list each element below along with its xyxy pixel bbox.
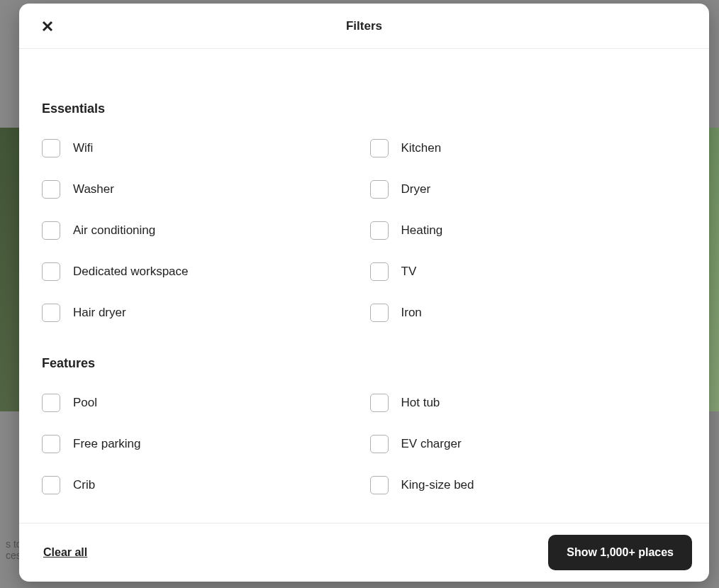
clear-all-button[interactable]: Clear all (36, 539, 94, 566)
checkbox-tv[interactable]: TV (370, 257, 687, 287)
checkbox-label: Hot tub (401, 396, 440, 410)
checkbox-king-size-bed[interactable]: King-size bed (370, 470, 687, 500)
checkbox-label: Heating (401, 223, 443, 238)
checkbox-label: King-size bed (401, 478, 474, 492)
checkbox-box (370, 180, 389, 199)
checkbox-dryer[interactable]: Dryer (370, 174, 687, 204)
scroll-spacer (42, 49, 686, 79)
checkbox-dedicated-workspace[interactable]: Dedicated workspace (42, 257, 359, 287)
checkbox-box (42, 180, 60, 199)
checkbox-label: Pool (73, 396, 97, 410)
checkbox-box (370, 221, 389, 240)
checkbox-label: Kitchen (401, 141, 442, 155)
modal-title: Filters (346, 19, 382, 33)
checkbox-label: TV (401, 265, 417, 279)
checkbox-label: Iron (401, 306, 422, 320)
modal-footer: Clear all Show 1,000+ places (19, 523, 709, 582)
checkbox-crib[interactable]: Crib (42, 470, 359, 500)
checkbox-air-conditioning[interactable]: Air conditioning (42, 216, 359, 245)
checkbox-washer[interactable]: Washer (42, 174, 359, 204)
filters-modal: Filters Essentials Wifi Kitchen Washer (19, 4, 709, 582)
checkbox-ev-charger[interactable]: EV charger (370, 429, 687, 459)
checkbox-box (42, 394, 60, 412)
checkbox-box (42, 304, 60, 322)
section-essentials: Essentials Wifi Kitchen Washer Dryer (42, 79, 686, 333)
checkbox-box (42, 221, 60, 240)
checkbox-box (370, 262, 389, 281)
checkbox-label: Hair dryer (73, 306, 126, 320)
checkbox-box (370, 304, 389, 322)
checkbox-label: EV charger (401, 437, 462, 451)
checkbox-box (42, 476, 60, 494)
close-button[interactable] (36, 15, 59, 38)
close-icon (42, 21, 53, 32)
checkbox-box (42, 139, 60, 157)
checkbox-wifi[interactable]: Wifi (42, 133, 359, 163)
show-places-button[interactable]: Show 1,000+ places (548, 535, 692, 570)
checkbox-kitchen[interactable]: Kitchen (370, 133, 687, 163)
checkbox-free-parking[interactable]: Free parking (42, 429, 359, 459)
features-grid: Pool Hot tub Free parking EV charger Cri… (42, 388, 686, 500)
checkbox-hair-dryer[interactable]: Hair dryer (42, 298, 359, 328)
checkbox-label: Dryer (401, 182, 431, 196)
checkbox-label: Free parking (73, 437, 140, 451)
modal-header: Filters (19, 4, 709, 49)
checkbox-box (370, 394, 389, 412)
checkbox-box (42, 435, 60, 453)
section-title-essentials: Essentials (42, 101, 686, 116)
checkbox-box (370, 476, 389, 494)
checkbox-pool[interactable]: Pool (42, 388, 359, 418)
modal-body[interactable]: Essentials Wifi Kitchen Washer Dryer (19, 49, 709, 523)
section-title-features: Features (42, 356, 686, 371)
checkbox-label: Air conditioning (73, 223, 155, 238)
checkbox-label: Dedicated workspace (73, 265, 189, 279)
section-features: Features Pool Hot tub Free parking EV ch… (42, 333, 686, 506)
checkbox-label: Crib (73, 478, 95, 492)
checkbox-box (42, 262, 60, 281)
checkbox-box (370, 435, 389, 453)
checkbox-label: Washer (73, 182, 114, 196)
checkbox-iron[interactable]: Iron (370, 298, 687, 328)
essentials-grid: Wifi Kitchen Washer Dryer Air conditioni… (42, 133, 686, 328)
checkbox-label: Wifi (73, 141, 93, 155)
checkbox-box (370, 139, 389, 157)
checkbox-hot-tub[interactable]: Hot tub (370, 388, 687, 418)
checkbox-heating[interactable]: Heating (370, 216, 687, 245)
